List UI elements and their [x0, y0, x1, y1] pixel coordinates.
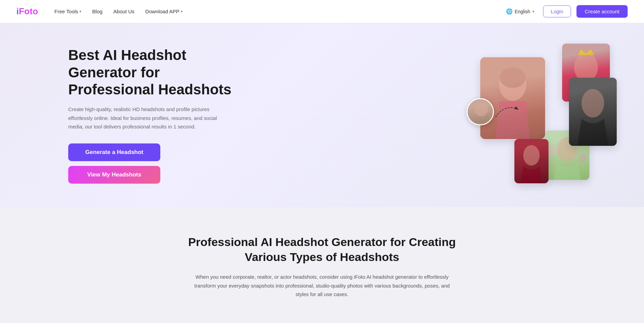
view-headshots-button[interactable]: View My Headshots	[68, 166, 160, 184]
svg-point-8	[523, 145, 540, 166]
chevron-down-icon: ▾	[532, 10, 534, 13]
login-button[interactable]: Login	[543, 5, 571, 17]
hero-image-avatar-circle	[467, 98, 494, 125]
hero-buttons: Generate a Headshot View My Headshots	[68, 143, 160, 184]
logo[interactable]: i Foto	[16, 6, 38, 17]
nav-download[interactable]: Download APP ▾	[145, 9, 182, 14]
logo-i: i	[16, 6, 19, 17]
globe-icon: 🌐	[506, 8, 513, 15]
logo-foto: Foto	[19, 6, 38, 17]
hero-image-dark	[569, 78, 617, 146]
svg-point-9	[474, 103, 488, 116]
svg-point-6	[579, 154, 587, 162]
generate-headshot-button[interactable]: Generate a Headshot	[68, 143, 160, 161]
chevron-down-icon: ▾	[79, 10, 81, 13]
hero-section: Best AI Headshot Generator for Professio…	[0, 23, 644, 207]
nav-right: 🌐 English ▾ Login Create account	[502, 5, 628, 18]
svg-point-1	[500, 67, 526, 88]
hero-content: Best AI Headshot Generator for Professio…	[68, 47, 246, 184]
section2-title: Professional AI Headshot Generator for C…	[186, 234, 458, 264]
arrow-icon	[494, 102, 521, 122]
nav-links: Free Tools ▾ Blog About Us Download APP …	[55, 9, 502, 14]
hero-description: Create high-quality, realistic HD headsh…	[68, 105, 218, 131]
hero-image-pink-jacket	[480, 57, 545, 139]
hero-images-collage	[460, 44, 617, 187]
nav-about[interactable]: About Us	[113, 9, 134, 14]
nav-blog[interactable]: Blog	[92, 9, 102, 14]
hero-image-red-dress	[514, 139, 548, 183]
nav-free-tools[interactable]: Free Tools ▾	[55, 9, 82, 14]
chevron-down-icon: ▾	[181, 10, 182, 13]
language-selector[interactable]: 🌐 English ▾	[502, 6, 538, 17]
hero-title: Best AI Headshot Generator for Professio…	[68, 47, 246, 98]
section2: Professional AI Headshot Generator for C…	[0, 207, 644, 323]
create-account-button[interactable]: Create account	[576, 5, 628, 18]
navbar: i Foto Free Tools ▾ Blog About Us Downlo…	[0, 0, 644, 23]
section2-description: When you need corporate, realtor, or act…	[192, 273, 452, 299]
svg-point-7	[582, 89, 604, 118]
